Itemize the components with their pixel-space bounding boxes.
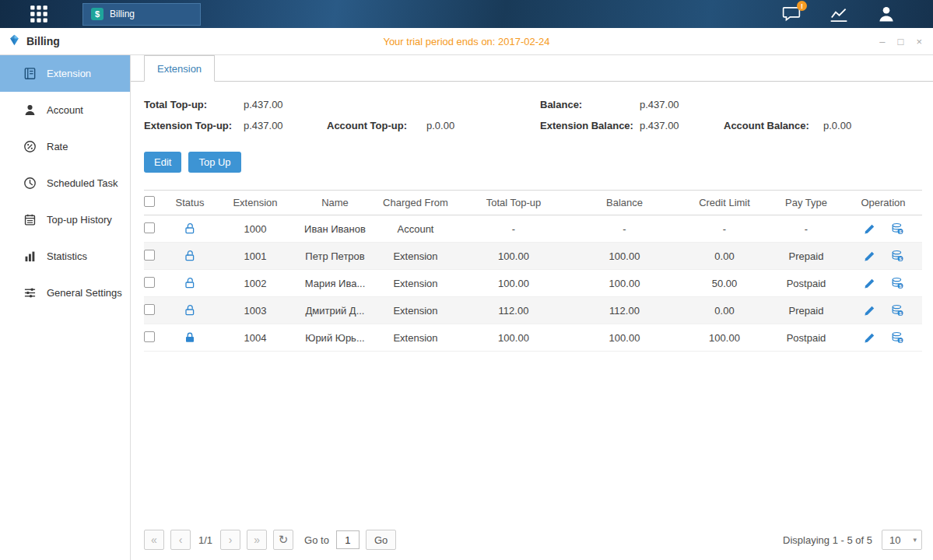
- credit-limit-cell: 0.00: [681, 250, 768, 262]
- balance-cell: 100.00: [568, 278, 681, 289]
- col-pay-type: Pay Type: [768, 197, 844, 208]
- credit-limit-cell: 100.00: [681, 332, 768, 344]
- sidebar-item-label: Scheduled Task: [47, 177, 118, 189]
- goto-page-input[interactable]: [336, 530, 360, 549]
- unlock-icon[interactable]: [184, 250, 196, 262]
- goto-label: Go to: [304, 534, 329, 546]
- apps-grid-icon[interactable]: [30, 5, 48, 23]
- pay-type-cell: Postpaid: [768, 278, 844, 289]
- sidebar-item-label: Rate: [47, 141, 68, 152]
- extension-cell: 1004: [212, 332, 298, 344]
- pay-type-cell: Postpaid: [768, 332, 844, 344]
- last-page-button[interactable]: »: [247, 530, 267, 550]
- user-icon[interactable]: [877, 5, 896, 23]
- table-row: 1000 Иван Иванов Account - - - -: [144, 215, 922, 243]
- summary-value: p.0.00: [823, 120, 851, 131]
- next-page-button[interactable]: ›: [220, 530, 240, 550]
- titlebar: Billing Your trial period ends on: 2017-…: [0, 28, 933, 55]
- close-icon[interactable]: ×: [916, 37, 922, 47]
- ledger-icon: [23, 67, 37, 80]
- row-checkbox[interactable]: [144, 304, 155, 315]
- lock-icon[interactable]: [184, 331, 196, 344]
- edit-icon[interactable]: [864, 278, 875, 289]
- edit-icon[interactable]: [864, 250, 875, 262]
- edit-icon[interactable]: [864, 223, 875, 235]
- bar-chart-icon: [23, 250, 37, 263]
- select-all-checkbox[interactable]: [144, 196, 155, 207]
- first-page-button[interactable]: «: [144, 530, 164, 550]
- table-row: 1003 Дмитрий Д... Extension 112.00 112.0…: [144, 297, 922, 324]
- row-checkbox[interactable]: [144, 277, 155, 288]
- maximize-icon[interactable]: □: [898, 37, 904, 47]
- unlock-icon[interactable]: [184, 222, 196, 235]
- chart-icon[interactable]: [829, 5, 849, 23]
- chat-icon[interactable]: !: [782, 5, 801, 23]
- person-icon: [23, 103, 37, 117]
- edit-button[interactable]: Edit: [144, 152, 181, 173]
- table-row: 1002 Мария Ива... Extension 100.00 100.0…: [144, 270, 922, 297]
- charged-from-cell: Account: [372, 223, 459, 235]
- sidebar-item-scheduled-task[interactable]: Scheduled Task: [0, 165, 130, 201]
- charged-from-cell: Extension: [372, 278, 459, 289]
- summary-value: p.437.00: [640, 120, 679, 131]
- summary-label: Balance:: [540, 99, 640, 110]
- total-topup-cell: 100.00: [459, 332, 568, 344]
- row-checkbox[interactable]: [144, 250, 155, 261]
- summary-value: p.437.00: [640, 99, 679, 110]
- row-checkbox[interactable]: [144, 331, 155, 342]
- edit-icon[interactable]: [864, 332, 875, 344]
- dollar-icon: $: [91, 8, 103, 20]
- name-cell: Петр Петров: [298, 250, 372, 262]
- extension-cell: 1003: [212, 305, 298, 317]
- sidebar: Extension Account Rate Scheduled Task To…: [0, 55, 131, 560]
- tab-strip: Extension: [131, 55, 933, 82]
- summary-balance: Balance: p.437.00: [540, 99, 724, 110]
- page-size-value: 10: [889, 534, 900, 546]
- sidebar-item-extension[interactable]: Extension: [0, 55, 130, 92]
- top-up-icon[interactable]: [891, 331, 903, 344]
- sidebar-item-rate[interactable]: Rate: [0, 128, 130, 165]
- sidebar-item-statistics[interactable]: Statistics: [0, 238, 130, 275]
- col-balance: Balance: [568, 197, 681, 208]
- page-size-select[interactable]: 10 ▾: [882, 530, 922, 550]
- top-up-icon[interactable]: [891, 222, 903, 235]
- unlock-icon[interactable]: [184, 304, 196, 317]
- top-up-icon[interactable]: [891, 277, 903, 289]
- sidebar-item-general-settings[interactable]: General Settings: [0, 275, 130, 311]
- charged-from-cell: Extension: [372, 250, 459, 262]
- top-up-icon[interactable]: [891, 250, 903, 262]
- credit-limit-cell: 50.00: [681, 278, 768, 289]
- balance-cell: -: [568, 223, 681, 235]
- refresh-icon[interactable]: ↻: [273, 530, 293, 550]
- extension-cell: 1002: [212, 278, 298, 289]
- topbar-tab-billing[interactable]: $ Billing: [82, 3, 201, 26]
- edit-icon[interactable]: [864, 305, 875, 317]
- go-button[interactable]: Go: [366, 530, 396, 550]
- topbar-tab-label: Billing: [110, 9, 135, 19]
- col-operation: Operation: [844, 197, 922, 208]
- sidebar-item-label: General Settings: [47, 287, 122, 299]
- top-up-button[interactable]: Top Up: [188, 152, 240, 173]
- summary-value: p.0.00: [426, 120, 454, 131]
- prev-page-button[interactable]: ‹: [170, 530, 191, 550]
- minimize-icon[interactable]: –: [879, 37, 885, 47]
- top-up-icon[interactable]: [891, 304, 903, 317]
- charged-from-cell: Extension: [372, 332, 459, 344]
- page-indicator: 1/1: [198, 534, 212, 546]
- tab-extension[interactable]: Extension: [144, 55, 215, 82]
- summary-label: Extension Balance:: [540, 120, 640, 131]
- pay-type-cell: Prepaid: [768, 305, 844, 317]
- unlock-icon[interactable]: [184, 277, 196, 289]
- summary-label: Account Balance:: [724, 120, 823, 131]
- clock-icon: [23, 177, 37, 190]
- sidebar-item-account[interactable]: Account: [0, 92, 130, 128]
- col-charged-from: Charged From: [372, 197, 459, 208]
- pay-type-cell: -: [768, 223, 844, 235]
- sidebar-item-label: Extension: [47, 68, 91, 79]
- col-extension: Extension: [212, 197, 298, 208]
- balance-cell: 112.00: [568, 305, 681, 317]
- chevron-down-icon: ▾: [913, 536, 917, 544]
- sidebar-item-topup-history[interactable]: Top-up History: [0, 201, 130, 238]
- row-checkbox[interactable]: [144, 222, 155, 233]
- summary-label: Account Top-up:: [327, 120, 426, 131]
